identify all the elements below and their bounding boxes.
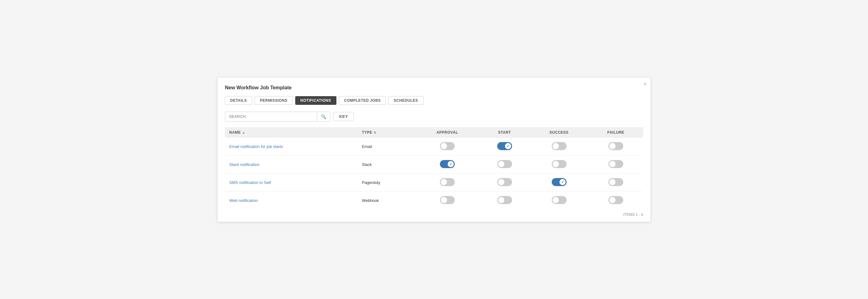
row-1-start-toggle[interactable] [497, 160, 512, 168]
row-1-success-track [552, 160, 566, 168]
key-button[interactable]: KEY [333, 112, 354, 121]
col-header-approval: APPROVAL [415, 127, 479, 138]
row-3-name-link[interactable]: Web notification [229, 198, 258, 203]
tab-notifications[interactable]: NOTIFICATIONS [295, 96, 336, 105]
row-3-start-cell [479, 191, 530, 209]
col-header-type[interactable]: TYPE⇅ [358, 127, 415, 138]
row-2-success-track: ✓ [552, 178, 566, 186]
row-1-approval-toggle[interactable]: ✓ [440, 160, 455, 168]
sort-icon-type: ⇅ [374, 131, 376, 134]
row-1-approval-check-icon: ✓ [449, 162, 452, 166]
row-0-start-cell: ✓ [479, 138, 530, 156]
search-button[interactable]: 🔍 [317, 112, 330, 121]
row-1-failure-track [609, 160, 623, 168]
row-3-failure-toggle[interactable] [609, 196, 623, 204]
row-2-approval-cell [415, 173, 479, 191]
row-3-name: Web notification [225, 191, 358, 209]
row-3-failure-thumb [609, 197, 616, 203]
row-0-approval-toggle[interactable] [440, 142, 455, 150]
row-0-name-link[interactable]: Email notification for job starts [229, 144, 283, 149]
row-1-success-thumb [553, 161, 559, 167]
row-2-failure-cell [589, 173, 643, 191]
row-3-success-thumb [553, 197, 559, 203]
table-row: Slack notificationSlack✓ [225, 155, 643, 173]
row-1-start-cell [479, 155, 530, 173]
sort-icon-name: ▲ [242, 131, 245, 134]
row-1-type: Slack [358, 155, 415, 173]
footer: ITEMS 1 - 4 [225, 209, 643, 217]
row-3-type: Webhook [358, 191, 415, 209]
row-2-start-cell [479, 173, 530, 191]
row-0-approval-cell [415, 138, 479, 156]
table-header-row: NAME▲TYPE⇅APPROVALSTARTSUCCESSFAILURE [225, 127, 643, 138]
row-2-start-toggle[interactable] [497, 178, 512, 186]
row-3-approval-toggle[interactable] [440, 196, 455, 204]
row-0-failure-cell [589, 138, 643, 156]
tab-schedules[interactable]: SCHEDULES [389, 96, 424, 105]
modal: × New Workflow Job Template DETAILSPERMI… [217, 77, 651, 222]
row-3-start-thumb [498, 197, 504, 203]
row-1-approval-cell: ✓ [415, 155, 479, 173]
row-2-approval-toggle[interactable] [440, 178, 455, 186]
row-0-start-check-icon: ✓ [506, 144, 509, 148]
row-3-start-toggle[interactable] [497, 196, 512, 204]
row-2-approval-thumb [441, 179, 447, 185]
search-input[interactable] [225, 112, 317, 121]
row-1-name: Slack notification [225, 155, 358, 173]
row-0-success-toggle[interactable] [552, 142, 566, 150]
row-3-approval-cell [415, 191, 479, 209]
row-2-start-track [497, 178, 512, 186]
table-row: Email notification for job startsEmail✓ [225, 138, 643, 156]
close-button[interactable]: × [643, 81, 647, 87]
tab-bar: DETAILSPERMISSIONSNOTIFICATIONSCOMPLETED… [225, 96, 643, 105]
row-1-approval-thumb: ✓ [447, 161, 454, 167]
modal-title: New Workflow Job Template [225, 85, 643, 90]
row-2-start-thumb [498, 179, 504, 185]
row-1-failure-cell [589, 155, 643, 173]
row-2-type: Pagerduty [358, 173, 415, 191]
row-2-success-toggle[interactable]: ✓ [552, 178, 566, 186]
row-2-name: SMS notification to Self [225, 173, 358, 191]
table-row: SMS notification to SelfPagerduty✓ [225, 173, 643, 191]
row-3-success-toggle[interactable] [552, 196, 566, 204]
row-2-success-cell: ✓ [529, 173, 588, 191]
row-0-approval-track [440, 142, 455, 150]
row-2-failure-track [609, 178, 623, 186]
col-header-start: START [479, 127, 530, 138]
col-header-success: SUCCESS [529, 127, 588, 138]
row-2-success-thumb: ✓ [559, 179, 566, 185]
row-0-success-cell [529, 138, 588, 156]
row-1-approval-track: ✓ [440, 160, 455, 168]
row-0-failure-toggle[interactable] [609, 142, 623, 150]
row-0-failure-thumb [609, 143, 616, 149]
row-2-failure-toggle[interactable] [609, 178, 623, 186]
row-2-name-link[interactable]: SMS notification to Self [229, 180, 271, 185]
row-1-start-thumb [498, 161, 504, 167]
tab-details[interactable]: DETAILS [225, 96, 252, 105]
row-0-success-track [552, 142, 566, 150]
search-wrapper: 🔍 [225, 112, 330, 121]
row-0-type: Email [358, 138, 415, 156]
row-3-approval-thumb [441, 197, 447, 203]
row-0-start-thumb: ✓ [505, 143, 511, 149]
col-header-name[interactable]: NAME▲ [225, 127, 358, 138]
row-1-success-toggle[interactable] [552, 160, 566, 168]
row-1-name-link[interactable]: Slack notification [229, 162, 259, 167]
row-3-failure-track [609, 196, 623, 204]
row-3-failure-cell [589, 191, 643, 209]
items-count: ITEMS 1 - 4 [623, 213, 643, 217]
table-body: Email notification for job startsEmail✓S… [225, 138, 643, 209]
row-0-start-toggle[interactable]: ✓ [497, 142, 512, 150]
row-0-name: Email notification for job starts [225, 138, 358, 156]
row-1-failure-toggle[interactable] [609, 160, 623, 168]
row-0-success-thumb [553, 143, 559, 149]
row-2-success-check-icon: ✓ [561, 180, 564, 184]
row-2-approval-track [440, 178, 455, 186]
notifications-table: NAME▲TYPE⇅APPROVALSTARTSUCCESSFAILURE Em… [225, 127, 643, 209]
col-header-failure: FAILURE [589, 127, 643, 138]
row-1-failure-thumb [609, 161, 616, 167]
row-0-start-track: ✓ [497, 142, 512, 150]
tab-completed-jobs[interactable]: COMPLETED JOBS [339, 96, 386, 105]
tab-permissions[interactable]: PERMISSIONS [255, 96, 293, 105]
row-1-success-cell [529, 155, 588, 173]
